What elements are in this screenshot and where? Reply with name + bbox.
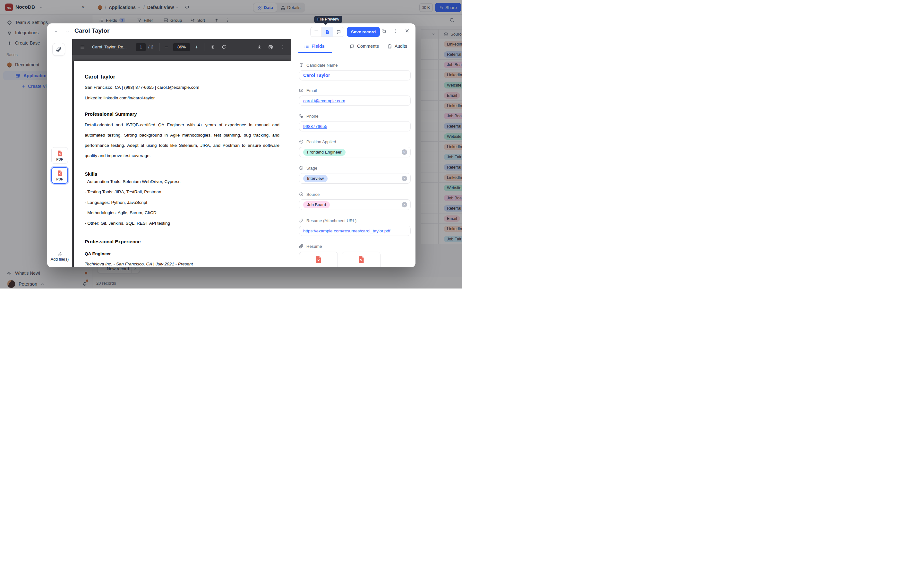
pdf-page-input[interactable]: 1 [136, 39, 145, 55]
chevron-up-icon [54, 29, 58, 34]
pdf-text-line: - Languages: Python, JavaScript [85, 197, 279, 208]
pdf-viewer-toolbar: Carol_Taylor_Re... 1 /2 − 86% + [72, 39, 291, 55]
pdf-page: Carol TaylorSan Francisco, CA | (998) 87… [74, 61, 291, 268]
attach-file-button[interactable] [52, 43, 65, 56]
dots-icon [280, 45, 285, 49]
pdf-text-line: Professional Experience [85, 239, 279, 244]
text-field-icon [299, 63, 304, 67]
comments-view-button[interactable] [333, 27, 344, 37]
email-icon [299, 88, 304, 93]
field-resume-url: Resume (Attachment URL) https://example.… [299, 218, 411, 223]
field-candidate-name: Candidate Name Carol Taylor [299, 63, 411, 68]
pdf-text-line: Detail-oriented and ISTQB-certified QA E… [85, 120, 279, 161]
pdf-text-line: - Methodologies: Agile, Scrum, CI/CD [85, 208, 279, 218]
add-files-button[interactable]: Add file(s) [47, 250, 72, 268]
fit-page-icon [210, 45, 215, 49]
candidate-name-input[interactable]: Carol Taylor [299, 70, 411, 81]
file-type-label: PDF [57, 157, 63, 161]
field-label: Source [299, 192, 411, 197]
pdf-thumbnail-1[interactable]: PDF [51, 147, 68, 164]
audit-icon [387, 44, 392, 49]
pdf-text-line: - Other: Git, Jenkins, SQL, REST API tes… [85, 218, 279, 229]
print-button[interactable] [268, 39, 273, 55]
pdf-text-line: Carol Taylor [85, 74, 279, 80]
link-icon [299, 218, 304, 223]
copy-record-icon[interactable] [381, 28, 386, 34]
stage-select[interactable]: Interview✕ [299, 173, 411, 184]
file-preview-tooltip: File Preview [314, 16, 342, 23]
position-applied-select[interactable]: Frontend Engineer✕ [299, 147, 411, 157]
field-email: Email carol.t@example.com [299, 88, 411, 93]
pdf-sidebar-toggle[interactable] [80, 39, 85, 55]
field-resume-attachments: Resume [299, 243, 411, 249]
remove-option-icon[interactable]: ✕ [402, 149, 407, 155]
phone-input[interactable]: 9988776655 [299, 121, 411, 131]
viewer-more-button[interactable] [280, 39, 285, 55]
pdf-text-line: Skills [85, 171, 279, 177]
select-option-pill: Frontend Engineer [303, 149, 346, 156]
field-list-view-button[interactable] [310, 27, 321, 37]
pdf-text-line: LinkedIn: linkedin.com/in/carol-taylor [85, 95, 279, 101]
zoom-in-button[interactable]: + [195, 39, 198, 55]
pdf-file-icon [57, 150, 63, 157]
close-icon[interactable] [405, 28, 410, 33]
paperclip-icon [56, 47, 61, 52]
field-phone: Phone 9988776655 [299, 113, 411, 119]
save-record-button[interactable]: Save record [347, 27, 380, 37]
next-record-button[interactable] [63, 27, 71, 35]
email-link[interactable]: carol.t@example.com [303, 98, 345, 103]
field-label: Resume [299, 243, 411, 249]
panel-tabs: Fields Comments Audits [291, 39, 415, 53]
field-label: Phone [299, 113, 411, 119]
zoom-level[interactable]: 86% [173, 39, 190, 55]
resume-url-link[interactable]: https://example.com/resumes/carol_taylor… [303, 229, 391, 234]
tab-comments[interactable]: Comments [350, 39, 379, 53]
attachment-card[interactable] [299, 251, 338, 268]
field-label: Resume (Attachment URL) [299, 218, 411, 223]
source-select[interactable]: Job Board✕ [299, 199, 411, 210]
list-icon [314, 29, 318, 34]
record-modal: Carol Taylor Save record PDF PDF Add fil… [47, 23, 415, 268]
fit-to-page-button[interactable] [210, 39, 215, 55]
comment-icon [350, 44, 355, 49]
zoom-out-button[interactable]: − [165, 39, 168, 55]
resume-url-input[interactable]: https://example.com/resumes/carol_taylor… [299, 226, 411, 236]
remove-option-icon[interactable]: ✕ [402, 176, 407, 181]
record-title: Carol Taylor [74, 27, 110, 34]
select-field-icon [299, 139, 304, 144]
toolbar-divider [204, 43, 204, 51]
menu-icon [80, 45, 85, 50]
field-label: Stage [299, 165, 411, 171]
rotate-button[interactable] [221, 39, 226, 55]
download-button[interactable] [257, 39, 262, 55]
tab-audits[interactable]: Audits [387, 39, 407, 53]
previous-record-button[interactable] [52, 27, 60, 35]
field-label: Email [299, 88, 411, 93]
pdf-document-content: Carol TaylorSan Francisco, CA | (998) 87… [85, 74, 279, 268]
active-tab-underline [298, 52, 332, 53]
file-icon [325, 29, 330, 35]
field-position-applied: Position Applied Frontend Engineer✕ [299, 139, 411, 144]
pdf-thumbnail-2-selected[interactable]: PDF [51, 167, 68, 184]
email-input[interactable]: carol.t@example.com [299, 95, 411, 106]
more-menu-icon[interactable] [393, 28, 399, 34]
chevron-down-icon [65, 29, 69, 34]
field-stage: Stage Interview✕ [299, 165, 411, 171]
pdf-text-line: QA Engineer [85, 251, 279, 256]
select-field-icon [299, 192, 304, 197]
select-field-icon [299, 166, 304, 170]
attachment-strip: PDF PDF Add file(s) [47, 39, 72, 268]
record-modal-header: Carol Taylor Save record [47, 23, 415, 39]
pdf-filename: Carol_Taylor_Re... [92, 39, 127, 55]
record-view-toggle [310, 27, 344, 37]
attachment-card[interactable] [342, 251, 381, 268]
pdf-viewer: Carol_Taylor_Re... 1 /2 − 86% + Carol Ta… [72, 39, 291, 268]
select-option-pill: Job Board [303, 201, 330, 208]
file-preview-button[interactable] [321, 27, 333, 37]
field-source: Source Job Board✕ [299, 192, 411, 197]
phone-link[interactable]: 9988776655 [303, 124, 327, 129]
field-label: Position Applied [299, 139, 411, 144]
remove-option-icon[interactable]: ✕ [402, 202, 407, 207]
tab-fields[interactable]: Fields [304, 39, 325, 53]
file-type-label: PDF [57, 177, 63, 181]
